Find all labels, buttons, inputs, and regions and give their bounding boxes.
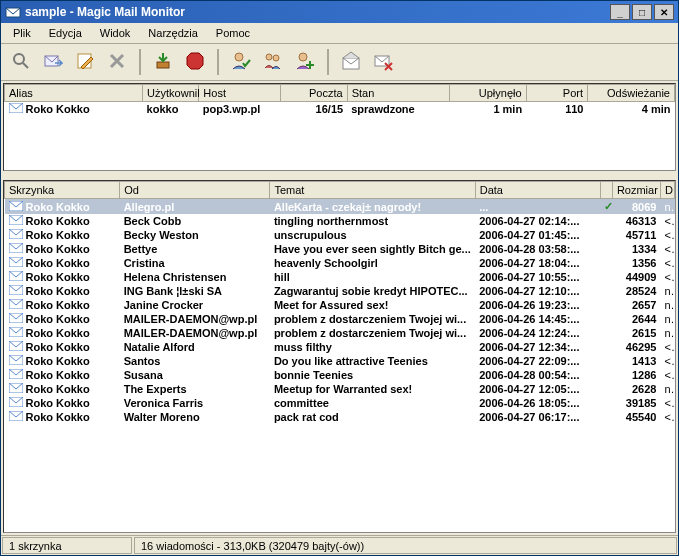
title-prefix: sample [25,5,66,19]
accounts-header-1[interactable]: Użytkownik [143,85,199,102]
users-button[interactable] [259,48,287,76]
user-add-button[interactable] [291,48,319,76]
messages-header-5[interactable]: Rozmiar [612,182,660,199]
compose-button[interactable] [71,48,99,76]
msg-subject: Do you like attractive Teenies [270,354,475,368]
msg-size: 1356 [612,256,660,270]
user-check-button[interactable] [227,48,255,76]
message-row[interactable]: Roko KokkoThe ExpertsMeetup for Warrante… [5,382,675,396]
delete-button[interactable] [103,48,131,76]
msg-check [600,270,612,284]
message-row[interactable]: Roko KokkoMAILER-DAEMON@wp.plproblem z d… [5,326,675,340]
envelope-icon [9,411,23,421]
msg-from: Walter Moreno [120,410,270,424]
msg-size: 1286 [612,368,660,382]
accounts-header-2[interactable]: Host [199,85,281,102]
minimize-button[interactable]: _ [610,4,630,20]
account-row[interactable]: Roko Kokkokokkopop3.wp.pl16/15sprawdzone… [5,102,675,117]
menu-pomoc[interactable]: Pomoc [208,25,258,41]
msg-date: 2006-04-27 12:05:... [475,382,600,396]
toolbar [1,44,678,81]
message-row[interactable]: Roko KokkoNatalie Alfordmuss filthy2006-… [5,340,675,354]
message-row[interactable]: Roko KokkoJanine CrockerMeet for Assured… [5,298,675,312]
msg-check [600,298,612,312]
messages-table[interactable]: SkrzynkaOdTematDataRozmiarD Roko KokkoAl… [4,181,675,424]
stop-button[interactable] [181,48,209,76]
accounts-header-3[interactable]: Poczta [281,85,347,102]
messages-header-4[interactable] [600,182,612,199]
messages-header-1[interactable]: Od [120,182,270,199]
msg-subject: Meetup for Warranted sex! [270,382,475,396]
msg-d: < [660,410,674,424]
mail-open-button[interactable] [337,48,365,76]
menu-widok[interactable]: Widok [92,25,139,41]
message-row[interactable]: Roko KokkoBecky Westonunscrupulous2006-0… [5,228,675,242]
accounts-table[interactable]: AliasUżytkownikHostPocztaStanUpłynęłoPor… [4,84,675,116]
accounts-panel: AliasUżytkownikHostPocztaStanUpłynęłoPor… [3,83,676,171]
msg-box: Roko Kokko [5,242,120,256]
svg-rect-5 [157,62,169,68]
msg-from: Natalie Alford [120,340,270,354]
messages-header-6[interactable]: D [660,182,674,199]
message-row[interactable]: Roko KokkoHelena Christensenhill2006-04-… [5,270,675,284]
close-button[interactable]: ✕ [654,4,674,20]
mail-delete-icon [373,51,393,73]
forward-icon [43,51,63,73]
msg-subject: problem z dostarczeniem Twojej wi... [270,326,475,340]
message-row[interactable]: Roko KokkoMAILER-DAEMON@wp.plproblem z d… [5,312,675,326]
msg-check [600,312,612,326]
messages-header-3[interactable]: Data [475,182,600,199]
message-row[interactable]: Roko KokkoBeck Cobbtingling northernmost… [5,214,675,228]
messages-header-0[interactable]: Skrzynka [5,182,120,199]
accounts-header-6[interactable]: Port [526,85,587,102]
msg-date: 2006-04-28 03:58:... [475,242,600,256]
message-row[interactable]: Roko KokkoAllegro.plAlleKarta - czekaj± … [5,199,675,215]
accounts-header-4[interactable]: Stan [347,85,449,102]
search-button[interactable] [7,48,35,76]
message-row[interactable]: Roko KokkoWalter Morenopack rat cod2006-… [5,410,675,424]
messages-header-2[interactable]: Temat [270,182,475,199]
msg-box: Roko Kokko [5,298,120,312]
mail-delete-button[interactable] [369,48,397,76]
message-row[interactable]: Roko KokkoSantosDo you like attractive T… [5,354,675,368]
message-row[interactable]: Roko KokkoCristinaheavenly Schoolgirl200… [5,256,675,270]
svg-line-2 [23,63,28,68]
splitter[interactable] [1,173,678,178]
user-check-icon [231,51,251,73]
message-row[interactable]: Roko KokkoING Bank ¦l±ski SAZagwarantuj … [5,284,675,298]
msg-d: n [660,284,674,298]
envelope-icon [9,369,23,379]
msg-check [600,214,612,228]
maximize-button[interactable]: □ [632,4,652,20]
msg-subject: tingling northernmost [270,214,475,228]
msg-box: Roko Kokko [5,326,120,340]
message-row[interactable]: Roko KokkoSusanabonnie Teenies2006-04-28… [5,368,675,382]
accounts-header-0[interactable]: Alias [5,85,143,102]
menu-plik[interactable]: Plik [5,25,39,41]
msg-from: Veronica Farris [120,396,270,410]
msg-subject: muss filthy [270,340,475,354]
msg-from: Susana [120,368,270,382]
envelope-icon [9,313,23,323]
forward-button[interactable] [39,48,67,76]
msg-subject: hill [270,270,475,284]
download-button[interactable] [149,48,177,76]
msg-size: 2628 [612,382,660,396]
accounts-header-7[interactable]: Odświeżanie [587,85,674,102]
msg-subject: Have you ever seen sightly Bitch ge... [270,242,475,256]
accounts-header-5[interactable]: Upłynęło [449,85,526,102]
messages-panel: SkrzynkaOdTematDataRozmiarD Roko KokkoAl… [3,180,676,533]
message-row[interactable]: Roko KokkoVeronica Farriscommittee2006-0… [5,396,675,410]
menu-narzędzia[interactable]: Narzędzia [140,25,206,41]
menu-edycja[interactable]: Edycja [41,25,90,41]
msg-d: < [660,256,674,270]
msg-box: Roko Kokko [5,228,120,242]
account-cell: pop3.wp.pl [199,102,281,117]
msg-date: 2006-04-27 18:04:... [475,256,600,270]
message-row[interactable]: Roko KokkoBettyeHave you ever seen sight… [5,242,675,256]
msg-check [600,326,612,340]
envelope-icon [9,215,23,225]
msg-date: 2006-04-27 12:10:... [475,284,600,298]
msg-check [600,242,612,256]
msg-d: < [660,270,674,284]
